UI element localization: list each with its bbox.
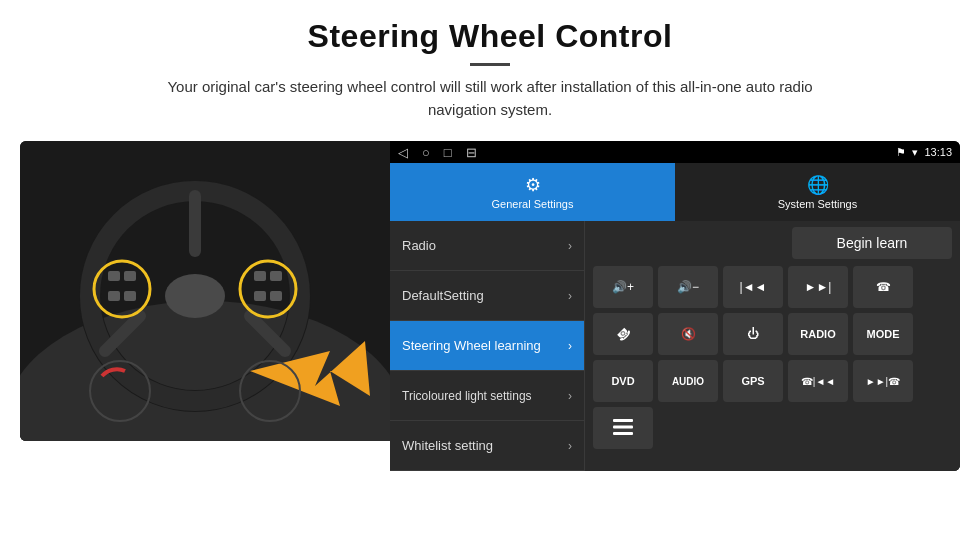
menu-icon [613, 419, 633, 438]
status-bar-nav: ◁ ○ □ ⊟ [398, 145, 477, 160]
svg-rect-18 [270, 291, 282, 301]
home-icon[interactable]: ○ [422, 145, 430, 160]
menu-steering-label: Steering Wheel learning [402, 338, 541, 353]
begin-learn-row: Begin learn [593, 227, 952, 259]
menu-item-tricoloured[interactable]: Tricoloured light settings › [390, 371, 584, 421]
chevron-right-icon: › [568, 439, 572, 453]
hang-up-icon: ☎ [613, 324, 634, 345]
page-header: Steering Wheel Control Your original car… [0, 0, 980, 129]
svg-rect-22 [613, 419, 633, 422]
main-area: Radio › DefaultSetting › Steering Wheel … [390, 221, 960, 471]
title-divider [470, 63, 510, 66]
dvd-button[interactable]: DVD [593, 360, 653, 402]
page-title: Steering Wheel Control [40, 18, 940, 55]
power-icon: ⏻ [747, 327, 759, 341]
svg-rect-13 [124, 291, 136, 301]
next-track-icon: ►►| [805, 280, 832, 294]
wifi-icon: ▾ [912, 146, 918, 159]
controls-row-1: 🔊+ 🔊− |◄◄ ►►| ☎ [593, 266, 952, 308]
svg-rect-16 [270, 271, 282, 281]
settings-tabs: ⚙ General Settings 🌐 System Settings [390, 163, 960, 221]
svg-rect-17 [254, 291, 266, 301]
menu-list: Radio › DefaultSetting › Steering Wheel … [390, 221, 585, 471]
controls-row-3: DVD AUDIO GPS ☎|◄◄ ►►|☎ [593, 360, 952, 402]
next-phone-button[interactable]: ►►|☎ [853, 360, 913, 402]
tab-general[interactable]: ⚙ General Settings [390, 163, 675, 221]
menu-default-label: DefaultSetting [402, 288, 484, 303]
svg-rect-11 [124, 271, 136, 281]
svg-rect-12 [108, 291, 120, 301]
menu-item-radio[interactable]: Radio › [390, 221, 584, 271]
svg-point-8 [165, 274, 225, 318]
svg-rect-24 [613, 432, 633, 435]
location-icon: ⚑ [896, 146, 906, 159]
tab-system-label: System Settings [778, 198, 857, 210]
screenshot-icon[interactable]: ⊟ [466, 145, 477, 160]
controls-grid: 🔊+ 🔊− |◄◄ ►►| ☎ [593, 266, 952, 449]
mute-button[interactable]: 🔇 [658, 313, 718, 355]
controls-row-4 [593, 407, 952, 449]
mode-button[interactable]: MODE [853, 313, 913, 355]
phone-button[interactable]: ☎ [853, 266, 913, 308]
mute-icon: 🔇 [681, 327, 696, 341]
prev-track-icon: |◄◄ [740, 280, 767, 294]
content-area: ◁ ○ □ ⊟ ⚑ ▾ 13:13 ⚙ General Settings 🌐 S… [20, 141, 960, 471]
chevron-right-icon: › [568, 239, 572, 253]
tab-general-label: General Settings [492, 198, 574, 210]
vol-down-icon: 🔊− [677, 280, 699, 294]
steering-wheel-image [20, 141, 390, 441]
menu-item-whitelist[interactable]: Whitelist setting › [390, 421, 584, 471]
controls-panel: Begin learn 🔊+ 🔊− |◄◄ [585, 221, 960, 471]
phone-prev-button[interactable]: ☎|◄◄ [788, 360, 848, 402]
svg-rect-10 [108, 271, 120, 281]
audio-label: AUDIO [672, 376, 704, 387]
vol-up-button[interactable]: 🔊+ [593, 266, 653, 308]
menu-whitelist-label: Whitelist setting [402, 438, 493, 453]
prev-track-button[interactable]: |◄◄ [723, 266, 783, 308]
controls-row-2: ☎ 🔇 ⏻ RADIO MODE [593, 313, 952, 355]
radio-label: RADIO [800, 328, 835, 340]
audio-button[interactable]: AUDIO [658, 360, 718, 402]
radio-button[interactable]: RADIO [788, 313, 848, 355]
system-settings-icon: 🌐 [807, 174, 829, 196]
phone-icon: ☎ [876, 280, 891, 294]
phone-prev-icon: ☎|◄◄ [801, 376, 835, 387]
svg-rect-15 [254, 271, 266, 281]
menu-item-steering[interactable]: Steering Wheel learning › [390, 321, 584, 371]
status-bar-right: ⚑ ▾ 13:13 [896, 146, 952, 159]
menu-tricoloured-label: Tricoloured light settings [402, 389, 532, 403]
begin-learn-button[interactable]: Begin learn [792, 227, 952, 259]
power-button[interactable]: ⏻ [723, 313, 783, 355]
page-subtitle: Your original car's steering wheel contr… [140, 76, 840, 121]
status-bar: ◁ ○ □ ⊟ ⚑ ▾ 13:13 [390, 141, 960, 163]
next-phone-icon: ►►|☎ [866, 376, 900, 387]
status-time: 13:13 [924, 146, 952, 158]
dvd-label: DVD [611, 375, 634, 387]
chevron-right-icon: › [568, 339, 572, 353]
menu-button[interactable] [593, 407, 653, 449]
general-settings-icon: ⚙ [525, 174, 541, 196]
menu-item-default[interactable]: DefaultSetting › [390, 271, 584, 321]
gps-label: GPS [741, 375, 764, 387]
tab-system[interactable]: 🌐 System Settings [675, 163, 960, 221]
next-track-button[interactable]: ►►| [788, 266, 848, 308]
hang-up-button[interactable]: ☎ [593, 313, 653, 355]
vol-up-icon: 🔊+ [612, 280, 634, 294]
mode-label: MODE [867, 328, 900, 340]
recents-icon[interactable]: □ [444, 145, 452, 160]
head-unit: ◁ ○ □ ⊟ ⚑ ▾ 13:13 ⚙ General Settings 🌐 S… [390, 141, 960, 471]
gps-button[interactable]: GPS [723, 360, 783, 402]
vol-down-button[interactable]: 🔊− [658, 266, 718, 308]
menu-radio-label: Radio [402, 238, 436, 253]
back-icon[interactable]: ◁ [398, 145, 408, 160]
chevron-right-icon: › [568, 289, 572, 303]
svg-rect-23 [613, 425, 633, 428]
chevron-right-icon: › [568, 389, 572, 403]
